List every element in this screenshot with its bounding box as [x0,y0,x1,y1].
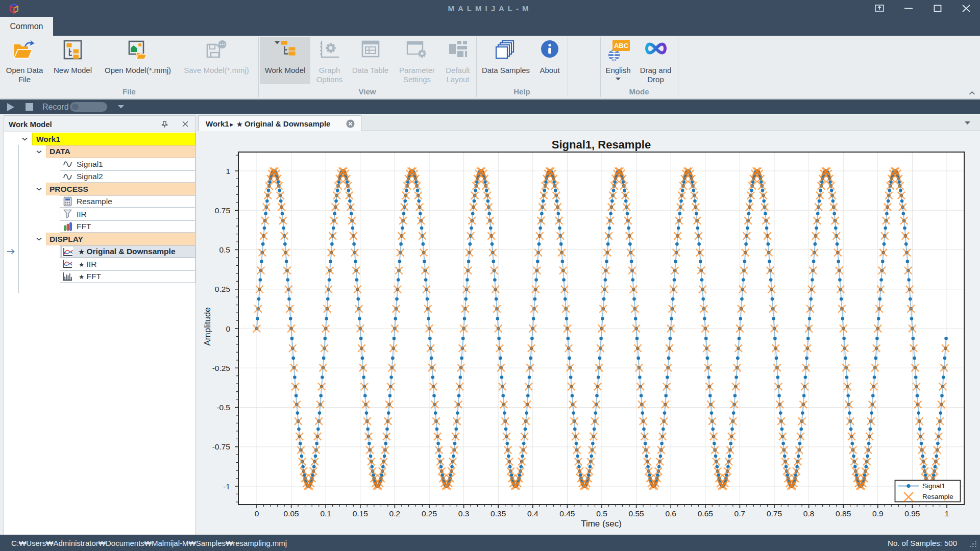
svg-text:Signal1, Resample: Signal1, Resample [552,138,651,151]
svg-text:0.5: 0.5 [596,509,607,518]
svg-text:0.3: 0.3 [458,509,470,518]
svg-text:-0.5: -0.5 [216,403,230,412]
svg-text:0: 0 [255,509,259,518]
svg-text:0.8: 0.8 [803,509,815,518]
svg-text:0.25: 0.25 [215,285,230,293]
svg-text:0.25: 0.25 [422,509,437,518]
svg-text:0.75: 0.75 [215,206,230,215]
svg-text:0.4: 0.4 [527,509,538,518]
svg-text:-0.25: -0.25 [212,364,230,372]
svg-text:0.2: 0.2 [389,509,401,518]
svg-text:-1: -1 [223,482,230,491]
svg-text:0.9: 0.9 [872,509,884,518]
svg-text:0.95: 0.95 [904,509,920,518]
svg-text:0.35: 0.35 [491,509,506,518]
svg-text:0.55: 0.55 [629,509,644,518]
svg-text:Signal1: Signal1 [922,482,945,490]
svg-text:0.7: 0.7 [734,509,746,518]
svg-text:0.5: 0.5 [219,245,230,254]
svg-text:Time (sec): Time (sec) [581,519,622,529]
svg-text:-0.75: -0.75 [212,442,230,451]
svg-text:0: 0 [226,324,230,333]
svg-text:0.05: 0.05 [284,509,299,518]
svg-text:Amplitude: Amplitude [203,307,212,346]
svg-text:0.1: 0.1 [320,509,331,518]
svg-text:1: 1 [945,509,949,518]
svg-text:0.65: 0.65 [698,509,713,518]
svg-text:0.75: 0.75 [767,509,782,518]
svg-text:ABC: ABC [614,42,629,49]
svg-text:1: 1 [226,167,230,176]
svg-text:0.85: 0.85 [836,509,851,518]
svg-text:Resample: Resample [922,493,953,500]
svg-text:0.6: 0.6 [665,509,676,518]
svg-text:0.45: 0.45 [559,509,575,518]
svg-text:0.15: 0.15 [353,509,368,518]
